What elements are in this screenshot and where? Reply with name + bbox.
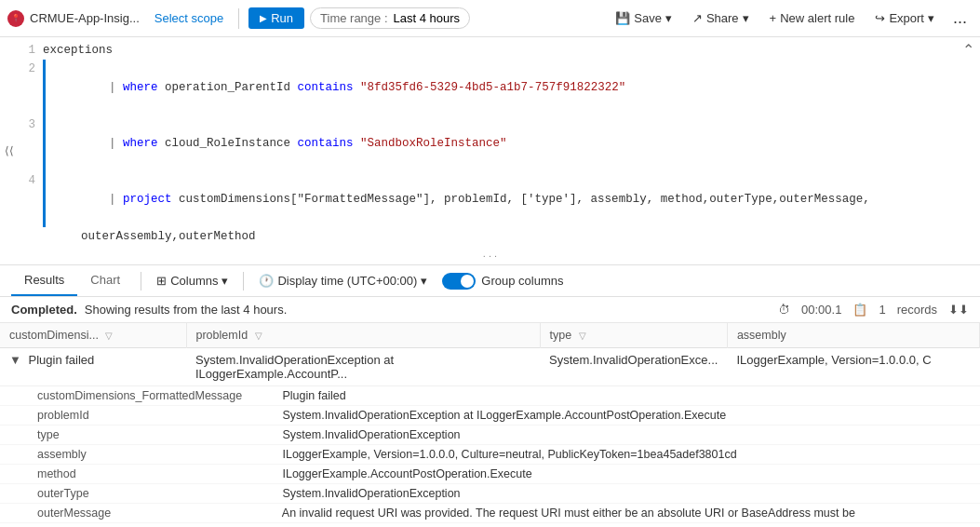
detail-val-4: ILoggerExample.AccountPostOperation.Exec… bbox=[282, 467, 531, 480]
code-line-3: 3 | where cloud_RoleInstance contains "S… bbox=[19, 115, 980, 171]
detail-key-6: outerMessage bbox=[37, 507, 279, 520]
results-table-container: customDimensi... ▽ problemId ▽ type ▽ as… bbox=[0, 323, 980, 527]
code-line-4: 4 | project customDimensions["FormattedM… bbox=[19, 171, 980, 227]
detail-val-1: System.InvalidOperationException at ILog… bbox=[282, 409, 726, 422]
clock-status-icon: ⏱ bbox=[778, 303, 790, 317]
status-bar: Completed. Showing results from the last… bbox=[0, 297, 980, 323]
detail-val-0: Plugin failed bbox=[282, 389, 345, 402]
filter-icon-custom[interactable]: ▽ bbox=[105, 331, 113, 341]
plus-icon: + bbox=[770, 11, 777, 25]
select-scope-button[interactable]: Select scope bbox=[149, 9, 229, 27]
col-header-assembly: assembly bbox=[727, 323, 979, 348]
display-time-button[interactable]: 🕐 Display time (UTC+00:00) ▾ bbox=[251, 270, 435, 291]
detail-val-3: ILoggerExample, Version=1.0.0.0, Culture… bbox=[282, 448, 736, 461]
new-alert-button[interactable]: + New alert rule bbox=[762, 7, 863, 29]
detail-key-3: assembly bbox=[37, 448, 279, 461]
row-expand-arrow[interactable]: ▼ bbox=[9, 353, 21, 367]
detail-key-4: method bbox=[37, 467, 279, 480]
app-title: CRMUE-App-Insig... bbox=[30, 11, 140, 25]
group-columns-toggle-container: Group columns bbox=[442, 273, 563, 290]
detail-val-6: An invalid request URI was provided. The… bbox=[282, 507, 855, 520]
detail-key-0: customDimensions_FormattedMessage bbox=[37, 389, 279, 402]
detail-row-0: customDimensions_FormattedMessage Plugin… bbox=[0, 386, 980, 406]
save-chevron-icon: ▾ bbox=[665, 11, 672, 25]
app-icon: 📍 bbox=[7, 10, 24, 27]
completed-label: Completed. bbox=[11, 303, 77, 317]
tabs-divider2 bbox=[243, 272, 244, 291]
main-row-assembly: ILoggerExample, Version=1.0.0.0, C bbox=[727, 348, 979, 386]
sidebar-collapse-button[interactable]: ⟨⟨ bbox=[0, 144, 19, 157]
detail-key-2: type bbox=[37, 428, 279, 441]
records-label: records bbox=[897, 303, 937, 317]
duration-value: 00:00.1 bbox=[801, 303, 841, 317]
columns-button[interactable]: ⊞ Columns ▾ bbox=[149, 270, 235, 291]
col-header-custom-dimensions: customDimensi... ▽ bbox=[0, 323, 186, 348]
more-lines-indicator: . . . bbox=[0, 246, 980, 261]
tab-results[interactable]: Results bbox=[11, 265, 77, 296]
save-icon: 💾 bbox=[615, 11, 630, 25]
filter-icon-type[interactable]: ▽ bbox=[579, 331, 586, 341]
tab-chart[interactable]: Chart bbox=[77, 265, 133, 296]
detail-val-5: System.InvalidOperationException bbox=[282, 487, 460, 500]
toolbar: 📍 CRMUE-App-Insig... Select scope ▶ Run … bbox=[0, 0, 980, 37]
detail-row-1: problemId System.InvalidOperationExcepti… bbox=[0, 406, 980, 426]
more-button[interactable]: ... bbox=[947, 7, 973, 30]
tabs-divider bbox=[141, 272, 141, 291]
share-chevron-icon: ▾ bbox=[743, 11, 749, 25]
table-body: ▼ Plugin failed System.InvalidOperationE… bbox=[0, 348, 980, 528]
code-editor[interactable]: 1 exceptions 2 | where operation_ParentI… bbox=[19, 41, 980, 246]
record-count: 1 bbox=[879, 303, 885, 317]
code-line-2: 2 | where operation_ParentId contains "8… bbox=[19, 60, 980, 115]
clock-icon: 🕐 bbox=[259, 274, 274, 288]
col-header-type: type ▽ bbox=[540, 323, 727, 348]
collapse-editor-button[interactable]: ⌃ bbox=[962, 41, 974, 59]
play-icon: ▶ bbox=[260, 13, 267, 23]
detail-row-4: method ILoggerExample.AccountPostOperati… bbox=[0, 465, 980, 484]
code-line-continuation: outerAssembly,outerMethod bbox=[19, 227, 980, 246]
save-button[interactable]: 💾 Save ▾ bbox=[608, 7, 679, 29]
detail-row-2: type System.InvalidOperationException bbox=[0, 426, 980, 445]
table-icon: 📋 bbox=[852, 303, 867, 317]
status-right: ⏱ 00:00.1 📋 1 records ⬇⬇ bbox=[778, 303, 969, 317]
table-header: customDimensi... ▽ problemId ▽ type ▽ as… bbox=[0, 323, 980, 348]
detail-key-5: outerType bbox=[37, 487, 279, 500]
expand-all-icon[interactable]: ⬇⬇ bbox=[948, 303, 969, 317]
share-button[interactable]: ↗ Share ▾ bbox=[685, 7, 757, 29]
detail-key-1: problemId bbox=[37, 409, 279, 422]
col-header-problem-id: problemId ▽ bbox=[186, 323, 540, 348]
code-line-1: 1 exceptions bbox=[19, 41, 980, 60]
export-button[interactable]: ↪ Export ▾ bbox=[867, 7, 942, 29]
detail-row-7: outerAssembly System.Net.Http, Version=4… bbox=[0, 523, 980, 528]
toolbar-divider bbox=[238, 8, 239, 29]
share-icon: ↗ bbox=[692, 11, 703, 25]
filter-icon-problem[interactable]: ▽ bbox=[255, 331, 262, 341]
main-row-problem: System.InvalidOperationException at ILog… bbox=[186, 348, 540, 386]
columns-chevron-icon: ▾ bbox=[222, 274, 228, 288]
detail-row-6: outerMessage An invalid request URI was … bbox=[0, 504, 980, 523]
editor-area: ⟨⟨ 1 exceptions 2 | where operation_Pare… bbox=[0, 37, 980, 265]
columns-icon: ⊞ bbox=[156, 274, 167, 288]
run-button[interactable]: ▶ Run bbox=[248, 7, 304, 29]
export-chevron-icon: ▾ bbox=[928, 11, 934, 25]
results-table: customDimensi... ▽ problemId ▽ type ▽ as… bbox=[0, 323, 980, 527]
main-row-custom: ▼ Plugin failed bbox=[0, 348, 186, 386]
detail-row-5: outerType System.InvalidOperationExcepti… bbox=[0, 484, 980, 504]
showing-text: Showing results from the last 4 hours. bbox=[85, 303, 288, 317]
group-columns-label: Group columns bbox=[481, 274, 563, 288]
detail-row-3: assembly ILoggerExample, Version=1.0.0.0… bbox=[0, 445, 980, 465]
time-range-button[interactable]: Time range : Last 4 hours bbox=[310, 7, 470, 29]
tabs-bar: Results Chart ⊞ Columns ▾ 🕐 Display time… bbox=[0, 265, 980, 297]
header-row: customDimensi... ▽ problemId ▽ type ▽ as… bbox=[0, 323, 980, 348]
time-chevron-icon: ▾ bbox=[421, 274, 427, 288]
detail-val-2: System.InvalidOperationException bbox=[282, 428, 460, 441]
table-row: ▼ Plugin failed System.InvalidOperationE… bbox=[0, 348, 980, 386]
group-columns-toggle[interactable] bbox=[442, 273, 476, 290]
export-icon: ↪ bbox=[875, 11, 885, 25]
main-row-type: System.InvalidOperationExce... bbox=[540, 348, 727, 386]
